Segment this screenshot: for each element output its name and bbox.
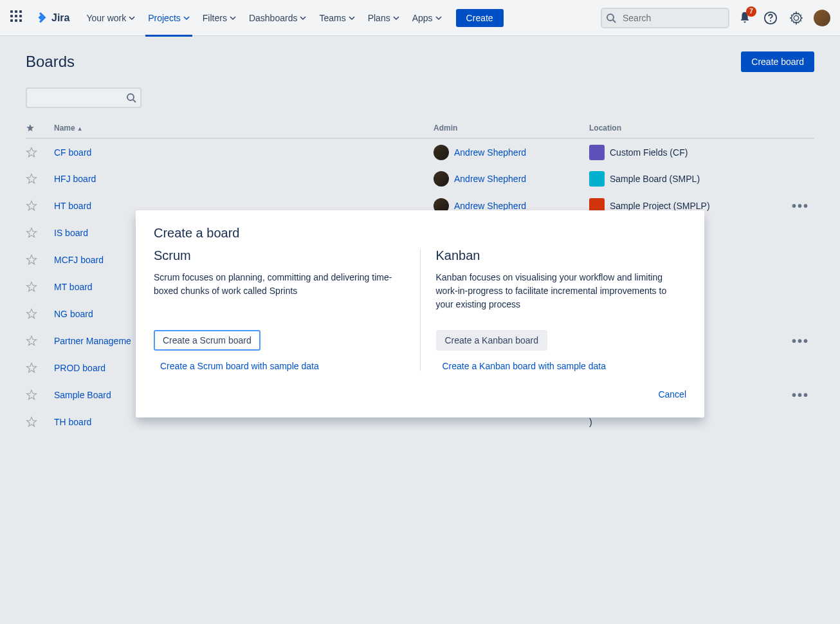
create-scrum-sample-link[interactable]: Create a Scrum board with sample data bbox=[154, 361, 405, 371]
modal-overlay[interactable]: Create a board Scrum Scrum focuses on pl… bbox=[0, 0, 840, 624]
kanban-title: Kanban bbox=[436, 248, 687, 263]
create-board-modal: Create a board Scrum Scrum focuses on pl… bbox=[136, 210, 704, 418]
create-kanban-sample-link[interactable]: Create a Kanban board with sample data bbox=[436, 361, 687, 371]
create-scrum-board-button[interactable]: Create a Scrum board bbox=[154, 330, 260, 351]
modal-title: Create a board bbox=[154, 226, 686, 241]
kanban-description: Kanban focuses on visualising your workf… bbox=[436, 271, 687, 312]
scrum-column: Scrum Scrum focuses on planning, committ… bbox=[154, 248, 420, 371]
kanban-column: Kanban Kanban focuses on visualising you… bbox=[420, 248, 687, 371]
scrum-title: Scrum bbox=[154, 248, 405, 263]
create-kanban-board-button[interactable]: Create a Kanban board bbox=[436, 330, 548, 351]
cancel-button[interactable]: Cancel bbox=[658, 389, 686, 399]
scrum-description: Scrum focuses on planning, committing an… bbox=[154, 271, 405, 312]
